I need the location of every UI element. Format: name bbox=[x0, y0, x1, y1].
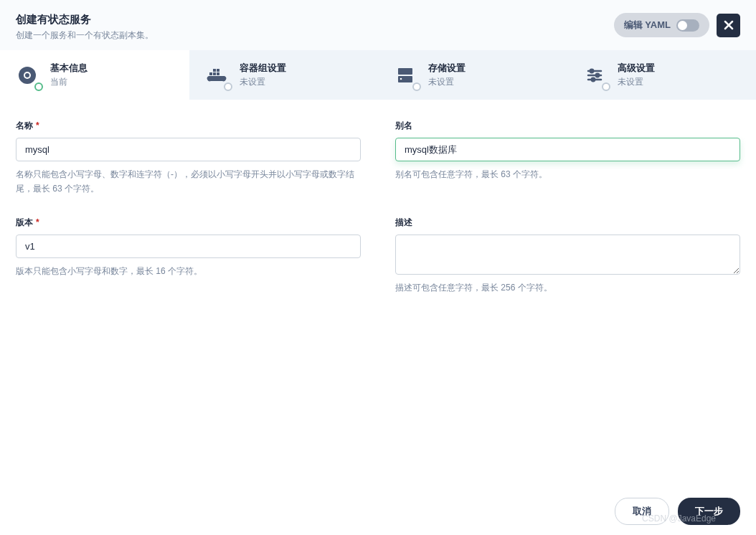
svg-point-10 bbox=[400, 77, 402, 80]
advanced-icon bbox=[582, 62, 608, 88]
step-title: 基本信息 bbox=[50, 62, 88, 75]
description-label: 描述 bbox=[395, 217, 740, 229]
svg-rect-5 bbox=[217, 72, 219, 75]
edit-yaml-toggle[interactable]: 编辑 YAML bbox=[614, 13, 709, 37]
field-alias: 别名 别名可包含任意字符，最长 63 个字符。 bbox=[395, 120, 740, 197]
container-icon bbox=[204, 62, 230, 88]
step-status: 未设置 bbox=[428, 76, 466, 88]
step-status: 未设置 bbox=[240, 76, 286, 88]
step-status-badge bbox=[224, 82, 232, 91]
toggle-switch bbox=[676, 19, 699, 32]
page-title: 创建有状态服务 bbox=[16, 13, 153, 27]
svg-rect-4 bbox=[213, 72, 216, 75]
svg-point-15 bbox=[595, 73, 598, 76]
version-label: 版本* bbox=[16, 217, 361, 229]
step-storage-settings[interactable]: 存储设置 未设置 bbox=[378, 50, 567, 100]
step-status: 当前 bbox=[50, 76, 88, 88]
header-actions: 编辑 YAML bbox=[614, 13, 740, 37]
basic-info-icon bbox=[14, 62, 40, 88]
svg-rect-7 bbox=[217, 69, 219, 72]
version-hint: 版本只能包含小写字母和数字，最长 16 个字符。 bbox=[16, 264, 361, 278]
cancel-button[interactable]: 取消 bbox=[615, 498, 669, 525]
svg-rect-3 bbox=[209, 72, 212, 75]
close-icon bbox=[723, 19, 734, 31]
step-advanced-settings[interactable]: 高级设置 未设置 bbox=[567, 50, 757, 100]
edit-yaml-label: 编辑 YAML bbox=[624, 19, 671, 32]
svg-rect-6 bbox=[213, 69, 216, 72]
svg-point-2 bbox=[25, 73, 29, 77]
step-status-badge bbox=[34, 82, 43, 91]
step-status: 未设置 bbox=[618, 76, 655, 88]
step-basic-info[interactable]: 基本信息 当前 bbox=[0, 50, 189, 100]
description-textarea[interactable] bbox=[395, 235, 740, 275]
version-input[interactable] bbox=[16, 235, 361, 258]
name-label: 名称* bbox=[16, 120, 361, 132]
wizard-steps: 基本信息 当前 容器组设置 未设置 存储设置 未设置 高级设置 未设置 bbox=[0, 50, 756, 100]
step-title: 容器组设置 bbox=[240, 62, 286, 75]
close-button[interactable] bbox=[717, 14, 740, 37]
next-button[interactable]: 下一步 bbox=[678, 498, 740, 525]
alias-input[interactable] bbox=[395, 138, 740, 161]
header-title-block: 创建有状态服务 创建一个服务和一个有状态副本集。 bbox=[16, 13, 153, 42]
step-status-badge bbox=[412, 82, 421, 91]
alias-hint: 别名可包含任意字符，最长 63 个字符。 bbox=[395, 167, 740, 181]
step-title: 高级设置 bbox=[618, 62, 655, 75]
page-subtitle: 创建一个服务和一个有状态副本集。 bbox=[16, 29, 153, 42]
field-description: 描述 描述可包含任意字符，最长 256 个字符。 bbox=[395, 217, 740, 295]
step-title: 存储设置 bbox=[428, 62, 466, 75]
field-version: 版本* 版本只能包含小写字母和数字，最长 16 个字符。 bbox=[16, 217, 361, 295]
field-name: 名称* 名称只能包含小写字母、数字和连字符（-），必须以小写字母开头并以小写字母… bbox=[16, 120, 361, 197]
name-hint: 名称只能包含小写字母、数字和连字符（-），必须以小写字母开头并以小写字母或数字结… bbox=[16, 167, 361, 197]
svg-point-16 bbox=[591, 77, 594, 80]
step-status-badge bbox=[602, 82, 610, 91]
storage-icon bbox=[392, 62, 418, 88]
dialog-footer: 取消 下一步 bbox=[0, 488, 756, 535]
name-input[interactable] bbox=[16, 138, 361, 161]
dialog-header: 创建有状态服务 创建一个服务和一个有状态副本集。 编辑 YAML bbox=[0, 0, 756, 50]
step-container-settings[interactable]: 容器组设置 未设置 bbox=[189, 50, 379, 100]
svg-point-14 bbox=[590, 69, 592, 72]
svg-rect-8 bbox=[398, 68, 412, 75]
description-hint: 描述可包含任意字符，最长 256 个字符。 bbox=[395, 280, 740, 295]
form-area: 名称* 名称只能包含小写字母、数字和连字符（-），必须以小写字母开头并以小写字母… bbox=[0, 100, 756, 315]
alias-label: 别名 bbox=[395, 120, 740, 132]
